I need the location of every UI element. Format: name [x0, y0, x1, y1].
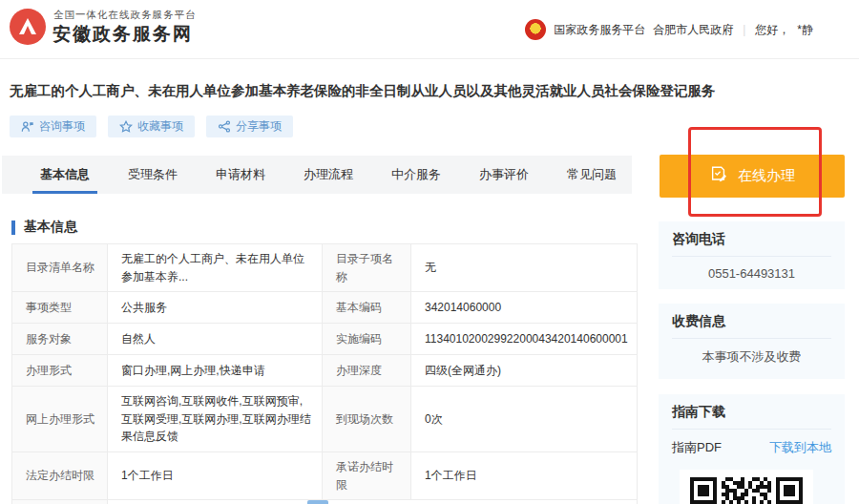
- table-row: 法定办结时限 1个工作日 承诺办结时限 1个工作日: [12, 452, 638, 499]
- consult-phone-card: 咨询电话 0551-64493131: [659, 221, 845, 289]
- fee-info-title: 收费信息: [672, 313, 831, 330]
- field-label: 实施编码: [323, 324, 411, 355]
- table-row: 目录清单名称 无雇工的个人工商户、未在用人单位参加基本养... 目录子项名称 无: [12, 244, 638, 292]
- tab-intermediary-service[interactable]: 中介服务: [391, 156, 441, 194]
- partial-element-below-fold[interactable]: [307, 500, 328, 504]
- tab-process-flow[interactable]: 办理流程: [304, 156, 353, 194]
- card-divider: [672, 338, 831, 339]
- guide-pdf-label: 指南PDF: [672, 439, 722, 456]
- city-gov-link[interactable]: 合肥市人民政府: [653, 22, 733, 38]
- basic-info-section-header: 基本信息: [11, 219, 77, 236]
- document-pen-icon: [709, 165, 728, 187]
- table-row: 事项类型 公共服务 基本编码 342014060000: [12, 292, 638, 324]
- national-emblem-icon: ★: [525, 19, 546, 40]
- tab-label: 中介服务: [391, 166, 441, 183]
- field-value: 1个工作日: [108, 452, 323, 499]
- share-item-label: 分享事项: [236, 118, 282, 135]
- field-value: 公共服务: [108, 292, 323, 324]
- table-row: 办理形式 窗口办理,网上办理,快递申请 办理深度 四级(全网通办): [12, 355, 638, 387]
- share-icon: [218, 120, 231, 133]
- field-value: 互联网咨询,互联网收件,互联网预审,互联网受理,互联网办理,互联网办理结果信息反…: [108, 387, 323, 452]
- field-label: 办理深度: [323, 355, 411, 387]
- basic-info-table: 目录清单名称 无雇工的个人工商户、未在用人单位参加基本养... 目录子项名称 无…: [11, 243, 638, 504]
- table-row: 服务对象 自然人 实施编码 11340102002992200043420140…: [12, 324, 638, 355]
- tab-label: 常见问题: [567, 166, 617, 183]
- tab-faq[interactable]: 常见问题: [567, 156, 617, 194]
- consult-phone-title: 咨询电话: [672, 231, 831, 248]
- online-processing-button[interactable]: 在线办理: [660, 155, 845, 198]
- fee-info-card: 收费信息 本事项不涉及收费: [659, 304, 845, 379]
- field-value: 四级(全网通办): [411, 355, 638, 387]
- tab-label: 基本信息: [40, 166, 90, 183]
- guide-download-title: 指南下载: [672, 404, 831, 421]
- consult-item-label: 咨询事项: [39, 118, 85, 135]
- tab-application-materials[interactable]: 申请材料: [216, 156, 265, 194]
- tab-service-evaluation[interactable]: 办事评价: [479, 156, 529, 194]
- site-header: 全国一体化在线政务服务平台 安徽政务服务网 ★ 国家政务服务平台 合肥市人民政府…: [0, 0, 859, 59]
- table-row: 网上办理形式 互联网咨询,互联网收件,互联网预审,互联网受理,互联网办理,互联网…: [12, 387, 638, 452]
- field-label: 服务对象: [12, 324, 108, 355]
- field-label: 目录子项名称: [323, 244, 411, 292]
- national-platform-link[interactable]: 国家政务服务平台: [554, 22, 645, 38]
- field-value: 自然人: [108, 324, 323, 355]
- card-divider: [672, 429, 831, 430]
- tab-acceptance-conditions[interactable]: 受理条件: [128, 156, 178, 194]
- card-divider: [672, 256, 831, 257]
- field-label: 法定办结时限: [12, 452, 108, 499]
- consult-icon: [21, 120, 34, 133]
- field-value: 无雇工的个人工商户、未在用人单位参加基本养...: [108, 244, 323, 292]
- active-tab-underline: [32, 191, 97, 194]
- download-local-link[interactable]: 下载到本地: [769, 439, 831, 456]
- favorite-item-button[interactable]: 收藏事项: [108, 116, 195, 137]
- phone-number: 0551-64493131: [672, 266, 831, 281]
- field-label: 事项类型: [12, 292, 108, 324]
- consult-item-button[interactable]: 咨询事项: [10, 116, 96, 137]
- platform-tagline: 全国一体化在线政务服务平台: [53, 9, 197, 22]
- field-label: 基本编码: [323, 292, 411, 324]
- favorite-item-label: 收藏事项: [137, 118, 183, 135]
- nav-divider: |: [741, 23, 747, 36]
- field-value: 0次: [411, 387, 638, 452]
- header-nav: ★ 国家政务服务平台 合肥市人民政府 | 您好， *静: [525, 0, 813, 59]
- page-title: 无雇工的个人工商户、未在用人单位参加基本养老保险的非全日制从业人员以及其他灵活就…: [10, 82, 832, 100]
- tab-label: 办事评价: [479, 166, 529, 183]
- anhui-logo-icon: [10, 9, 46, 45]
- site-name: 安徽政务服务网: [52, 22, 193, 47]
- section-accent-bar: [11, 220, 15, 235]
- tab-label: 申请材料: [216, 166, 265, 183]
- tab-label: 受理条件: [128, 166, 178, 183]
- star-icon: [119, 120, 133, 133]
- item-action-buttons: 咨询事项 收藏事项 分享事项: [10, 116, 293, 137]
- field-value: 合肥市瑶海区郎溪路与长临路交叉口东南角瑶海政府政务中心二楼208、209、210…: [108, 500, 638, 504]
- field-value: 1个工作日: [411, 452, 638, 499]
- field-value: 无: [411, 244, 638, 292]
- field-label: 目录清单名称: [12, 244, 108, 292]
- field-label: 办理地点: [12, 500, 108, 504]
- field-value: 342014060000: [411, 292, 638, 324]
- field-label: 办理形式: [12, 355, 108, 387]
- field-value: 窗口办理,网上办理,快递申请: [108, 355, 323, 387]
- greeting-text: 您好，: [755, 22, 789, 38]
- share-item-button[interactable]: 分享事项: [206, 116, 293, 137]
- tab-label: 办理流程: [304, 166, 353, 183]
- field-value: 11340102002992200043420140600001: [411, 324, 638, 355]
- section-title: 基本信息: [24, 219, 77, 236]
- field-label: 网上办理形式: [12, 387, 108, 452]
- fee-info-value: 本事项不涉及收费: [672, 348, 831, 366]
- online-processing-label: 在线办理: [738, 167, 795, 185]
- field-label: 到现场次数: [323, 387, 411, 452]
- qr-code: [690, 477, 803, 504]
- qr-code-area: [680, 470, 813, 504]
- username-link[interactable]: *静: [797, 22, 813, 38]
- field-label: 承诺办结时限: [323, 452, 411, 499]
- tab-basic-info[interactable]: 基本信息: [40, 156, 90, 194]
- info-tabbar: 基本信息 受理条件 申请材料 办理流程 中介服务 办事评价 常见问题: [2, 156, 632, 194]
